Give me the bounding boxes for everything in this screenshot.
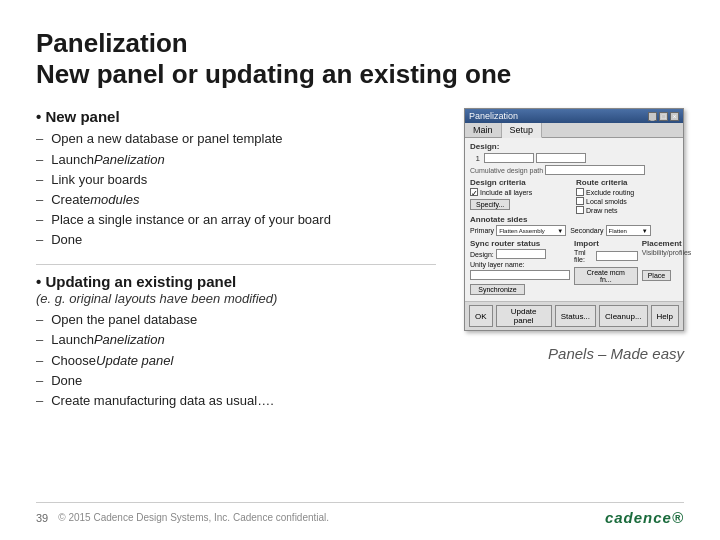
dialog-include-label: Include all layers: [480, 189, 532, 196]
dialog-unity-row: Unity layer name:: [470, 261, 570, 268]
dialog-design-field-row: Design:: [470, 249, 570, 259]
dialog-create-mcm-btn[interactable]: Create mcm fn...: [574, 267, 638, 285]
dialog-annotate-row: Primary Flatten Assembly ▼ Secondary Fla…: [470, 225, 678, 236]
title-line1: Panelization: [36, 28, 684, 59]
dialog-btn-row: OK Update panel Status... Cleanup... Hel…: [465, 301, 683, 330]
list-item: Launch Panelization: [36, 150, 436, 170]
dialog-update-panel-btn[interactable]: Update panel: [496, 305, 552, 327]
dialog-drawnets-checkbox[interactable]: [576, 206, 584, 214]
dialog-status-btn[interactable]: Status...: [555, 305, 596, 327]
new-panel-heading: • New panel: [36, 108, 436, 125]
dialog-titlebar-buttons: _ □ ×: [648, 112, 679, 121]
left-column: • New panel Open a new database or panel…: [36, 108, 436, 425]
dialog-synchronize-btn[interactable]: Synchronize: [470, 284, 525, 295]
dialog-tab-main[interactable]: Main: [465, 123, 502, 137]
dialog-name-input[interactable]: [484, 153, 534, 163]
updating-heading: • Updating an existing panel (e. g. orig…: [36, 273, 436, 306]
dialog-design-field-label: Design:: [470, 251, 494, 258]
dialog-unity-input[interactable]: [470, 270, 570, 280]
dialog-design-label: Design:: [470, 142, 678, 151]
dialog-annotate-section: Annotate sides Primary Flatten Assembly …: [470, 215, 678, 236]
dialog-design-criteria-col: Design criteria ✓ Include all layers Spe…: [470, 178, 572, 215]
dialog-cumulative-input[interactable]: [545, 165, 645, 175]
dialog-maximize-btn[interactable]: □: [659, 112, 668, 121]
dialog-import-col: Import Tml file: Create mcm fn...: [574, 239, 638, 295]
dialog-exclude-label: Exclude routing: [586, 189, 634, 196]
dialog-include-all-row: ✓ Include all layers: [470, 188, 572, 196]
dialog-drawnets-label: Draw nets: [586, 207, 618, 214]
dialog-tml-label: Tml file:: [574, 249, 594, 263]
dialog-exclude-checkbox[interactable]: [576, 188, 584, 196]
dialog-draw-nets-row: Draw nets: [576, 206, 678, 214]
dialog-placement-title: Placement: [642, 239, 692, 248]
dialog-route-criteria-title: Route criteria: [576, 178, 678, 187]
dialog-tml-row: Tml file:: [574, 249, 638, 263]
dialog-primary-value: Flatten Assembly: [499, 228, 545, 234]
list-item: Open the panel database: [36, 310, 436, 330]
dialog-primary-row: Primary Flatten Assembly ▼: [470, 225, 566, 236]
dialog-criteria-row: Design criteria ✓ Include all layers Spe…: [470, 178, 678, 215]
dialog-secondary-row: Secondary Flatten ▼: [570, 225, 650, 236]
dialog-secondary-arrow: ▼: [642, 228, 648, 234]
dialog-cumulative-label: Cumulative design path: [470, 167, 543, 174]
dialog-sip-row: Sync router status Design: Unity layer n…: [470, 239, 678, 295]
new-panel-section: • New panel Open a new database or panel…: [36, 108, 436, 250]
dialog-import-title: Import: [574, 239, 638, 248]
dialog-primary-select[interactable]: Flatten Assembly ▼: [496, 225, 566, 236]
dialog-design-field-input[interactable]: [496, 249, 546, 259]
dialog-secondary-select[interactable]: Flatten ▼: [606, 225, 651, 236]
cadence-registered: ®: [672, 509, 684, 526]
updating-subheading: (e. g. original layouts have been modifi…: [36, 291, 277, 306]
dialog-titlebar: Panelization _ □ ×: [465, 109, 683, 123]
dialog-route-criteria-col: Route criteria Exclude routing Local smo…: [576, 178, 678, 215]
dialog-close-btn[interactable]: ×: [670, 112, 679, 121]
dialog-locator-input[interactable]: [536, 153, 586, 163]
dialog-sync-col: Sync router status Design: Unity layer n…: [470, 239, 570, 295]
dialog-vis-profiles: Visibility/profiles: [642, 249, 692, 256]
dialog-design-section: Design: 1 Cumulative design path: [470, 142, 678, 175]
dialog-include-checkbox[interactable]: ✓: [470, 188, 478, 196]
right-column: Panelization _ □ × Main Setup Design:: [454, 108, 684, 425]
list-item: Done: [36, 371, 436, 391]
cadence-logo-text: cadence: [605, 509, 672, 526]
dialog-cleanup-btn[interactable]: Cleanup...: [599, 305, 647, 327]
dialog-design-row: 1: [470, 153, 678, 163]
dialog-sync-title: Sync router status: [470, 239, 570, 248]
updating-list: Open the panel database Launch Panelizat…: [36, 310, 436, 411]
slide-container: Panelization New panel or updating an ex…: [0, 0, 720, 540]
dialog-row-num: 1: [470, 154, 480, 163]
dialog-design-criteria-title: Design criteria: [470, 178, 572, 187]
dialog-placement-col: Placement Visibility/profiles Place: [642, 239, 692, 295]
dialog-primary-arrow: ▼: [557, 228, 563, 234]
footer-page-number: 39: [36, 512, 48, 524]
dialog-specify-btn[interactable]: Specify...: [470, 199, 510, 210]
dialog-minimize-btn[interactable]: _: [648, 112, 657, 121]
title-block: Panelization New panel or updating an ex…: [36, 28, 684, 90]
dialog-local-label: Local smolds: [586, 198, 627, 205]
updating-section: • Updating an existing panel (e. g. orig…: [36, 273, 436, 411]
list-item: Link your boards: [36, 170, 436, 190]
dialog-tab-setup[interactable]: Setup: [502, 123, 543, 138]
dialog-body: Design: 1 Cumulative design path: [465, 138, 683, 301]
dialog-tml-input[interactable]: [596, 251, 638, 261]
list-item: Open a new database or panel template: [36, 129, 436, 149]
dialog-secondary-label: Secondary: [570, 227, 603, 234]
dialog-place-btn[interactable]: Place: [642, 270, 672, 281]
dialog-primary-label: Primary: [470, 227, 494, 234]
list-item: Place a single instance or an array of y…: [36, 210, 436, 230]
list-item: Choose Update panel: [36, 351, 436, 371]
dialog-cumulative-row: Cumulative design path: [470, 165, 678, 175]
dialog-ok-btn[interactable]: OK: [469, 305, 493, 327]
panel-dialog: Panelization _ □ × Main Setup Design:: [464, 108, 684, 331]
dialog-help-btn[interactable]: Help: [651, 305, 679, 327]
footer: 39 © 2015 Cadence Design Systems, Inc. C…: [36, 502, 684, 526]
new-panel-list: Open a new database or panel template La…: [36, 129, 436, 250]
panels-tagline: Panels – Made easy: [548, 345, 684, 362]
dialog-tabs: Main Setup: [465, 123, 683, 138]
cadence-logo: cadence®: [605, 509, 684, 526]
content-area: • New panel Open a new database or panel…: [36, 108, 684, 425]
dialog-annotate-title: Annotate sides: [470, 215, 678, 224]
list-item: Create modules: [36, 190, 436, 210]
list-item: Launch Panelization: [36, 330, 436, 350]
dialog-local-checkbox[interactable]: [576, 197, 584, 205]
